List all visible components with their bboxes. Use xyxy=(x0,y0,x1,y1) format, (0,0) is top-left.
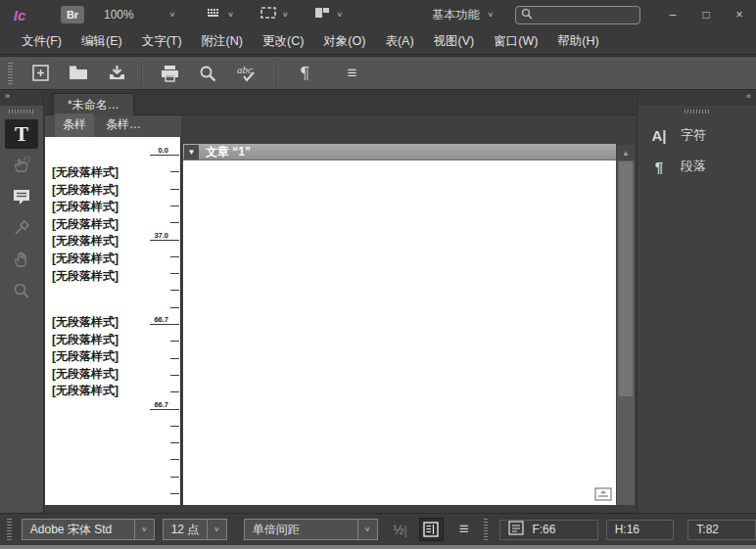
eyedropper-tool[interactable] xyxy=(5,213,38,243)
vertical-scrollbar[interactable]: ▲ xyxy=(617,145,635,505)
menu-bar: 文件(F)编辑(E)文字(T)附注(N)更改(C)对象(O)表(A)视图(V)窗… xyxy=(0,29,756,55)
menu-item[interactable]: 文字(T) xyxy=(132,29,192,54)
story-title: 文章 “1” xyxy=(206,144,251,160)
open-folder-icon[interactable] xyxy=(68,63,89,84)
toolbar-separator xyxy=(141,62,142,85)
screen-mode-dropdown[interactable]: ∨ xyxy=(260,6,289,23)
scroll-up-arrow[interactable]: ▲ xyxy=(617,145,635,160)
paragraph-style-row[interactable]: [无段落样式] xyxy=(52,383,118,399)
new-document-icon[interactable] xyxy=(29,63,51,84)
paragraph-style-row[interactable]: [无段落样式] xyxy=(52,182,118,199)
overset-indicator-icon[interactable] xyxy=(594,487,612,501)
right-panel-grip[interactable] xyxy=(685,110,710,114)
chevron-down-icon[interactable]: ∨ xyxy=(357,520,377,539)
close-button[interactable]: × xyxy=(723,4,756,25)
tools-panel-grip[interactable] xyxy=(9,110,34,114)
maximize-button[interactable]: □ xyxy=(689,4,723,25)
ruler-tick xyxy=(170,189,179,190)
paragraph-style-row[interactable]: [无段落样式] xyxy=(52,251,118,267)
spellcheck-icon[interactable]: abc xyxy=(235,63,262,84)
stat-value: F:66 xyxy=(532,523,555,536)
menu-item[interactable]: 帮助(H) xyxy=(547,29,608,54)
panel-tab-paragraph[interactable]: ¶段落 xyxy=(638,151,756,182)
ruler-label: 0.0 xyxy=(159,146,168,155)
collapse-triangle-icon[interactable]: ▼ xyxy=(184,145,199,160)
ruler-tick xyxy=(150,409,179,410)
hand-tool[interactable] xyxy=(5,245,38,274)
menu-item[interactable]: 编辑(E) xyxy=(71,29,132,54)
statusbar-grip[interactable] xyxy=(484,519,489,540)
font-size-combo[interactable]: 12 点 ∨ xyxy=(163,519,227,540)
panel-tab-label: 段落 xyxy=(681,158,706,175)
search-icon[interactable] xyxy=(197,63,218,84)
search-box[interactable] xyxy=(515,6,640,24)
zoom-tool[interactable] xyxy=(5,276,38,305)
scrollbar-thumb[interactable] xyxy=(619,161,633,396)
paragraph-style-row[interactable]: [无段落样式] xyxy=(52,366,118,383)
story-header-bar[interactable]: ▼ 文章 “1” xyxy=(183,144,616,160)
panel-expand-icon[interactable]: » xyxy=(0,91,43,106)
menu-item[interactable]: 更改(C) xyxy=(253,29,313,54)
statusbar-menu-icon[interactable]: ≡ xyxy=(459,520,468,539)
toolbar-menu-icon[interactable]: ≡ xyxy=(341,63,362,84)
chevron-down-icon[interactable]: ∨ xyxy=(207,520,226,539)
view-options-dropdown[interactable]: ∨ xyxy=(207,6,234,23)
main-toolbar: abc ¶ ≡ xyxy=(0,56,756,90)
paragraph-formatting-icon: ¶ xyxy=(649,159,669,175)
ruler-tick xyxy=(170,290,179,291)
ruler-tick xyxy=(150,324,179,325)
depth-ruler: 0.037.066.766.7 xyxy=(141,137,180,505)
paragraph-style-row[interactable]: [无段落样式] xyxy=(52,314,118,331)
search-input[interactable] xyxy=(537,9,635,21)
position-tool[interactable] xyxy=(5,151,38,180)
leading-combo[interactable]: 单倍间距 ∨ xyxy=(244,519,378,540)
bridge-button[interactable]: Br xyxy=(61,6,84,23)
ruler-label: 66.7 xyxy=(154,400,168,409)
ruler-tick xyxy=(170,477,179,478)
menu-item[interactable]: 视图(V) xyxy=(424,29,485,54)
save-icon[interactable] xyxy=(106,63,127,84)
chevron-down-icon[interactable]: ∨ xyxy=(134,520,154,539)
paragraph-style-row[interactable]: [无段落样式] xyxy=(52,348,118,365)
paragraph-style-row[interactable]: [无段落样式] xyxy=(52,199,118,215)
ruler-tick xyxy=(170,273,179,274)
print-icon[interactable] xyxy=(159,63,180,84)
menu-item[interactable]: 窗口(W) xyxy=(484,29,547,54)
zoom-level-value: 100% xyxy=(104,8,134,22)
paragraph-style-row[interactable]: [无段落样式] xyxy=(52,233,118,250)
toolbar-grip[interactable] xyxy=(8,63,13,84)
story-area[interactable]: ▼ 文章 “1” xyxy=(183,144,616,505)
arrange-documents-dropdown[interactable]: ∨ xyxy=(313,6,343,23)
note-tool[interactable] xyxy=(5,182,38,211)
paragraph-style-row[interactable]: [无段落样式] xyxy=(52,216,118,233)
panel-tab-character[interactable]: A|字符 xyxy=(638,119,756,151)
panel-tab-label: 字符 xyxy=(681,126,706,144)
menu-item[interactable]: 文件(F) xyxy=(12,29,71,54)
show-hidden-characters-icon[interactable]: ¶ xyxy=(294,63,315,84)
font-family-combo[interactable]: Adobe 宋体 Std ∨ xyxy=(22,519,155,540)
view-tab[interactable]: 条样 xyxy=(55,114,94,137)
menu-item[interactable]: 附注(N) xyxy=(192,29,253,54)
paragraph-style-row[interactable]: [无段落样式] xyxy=(52,164,118,181)
menu-item[interactable]: 表(A) xyxy=(375,29,423,54)
info-column-toggle[interactable] xyxy=(419,518,444,541)
type-tool[interactable]: T xyxy=(5,119,38,149)
paragraph-style-row[interactable]: [无段落样式] xyxy=(52,268,118,285)
paragraph-style-row[interactable]: [无段落样式] xyxy=(52,332,118,348)
right-panel-dock: « A|字符¶段落 xyxy=(637,91,756,513)
view-tab[interactable]: 条样… xyxy=(98,114,149,137)
chevron-down-icon: ∨ xyxy=(336,11,343,19)
zoom-level-dropdown[interactable]: 100% ∨ xyxy=(98,6,181,23)
line-number-icon[interactable]: ½| xyxy=(394,523,407,537)
panel-collapse-icon[interactable]: « xyxy=(638,91,756,106)
menu-item[interactable]: 对象(O) xyxy=(313,29,375,54)
svg-text:abc: abc xyxy=(237,64,253,75)
ruler-tick xyxy=(170,222,179,223)
ruler-tick xyxy=(170,256,179,257)
document-tab[interactable]: *未命名… xyxy=(53,93,134,115)
view-tabs: 条样条样… xyxy=(45,115,181,137)
workspace-switcher[interactable]: 基本功能 ∨ xyxy=(424,4,501,26)
minimize-button[interactable]: – xyxy=(656,4,689,25)
statusbar-grip[interactable] xyxy=(7,519,12,540)
incopy-window: Ic Br 100% ∨ ∨ ∨ xyxy=(0,0,756,549)
